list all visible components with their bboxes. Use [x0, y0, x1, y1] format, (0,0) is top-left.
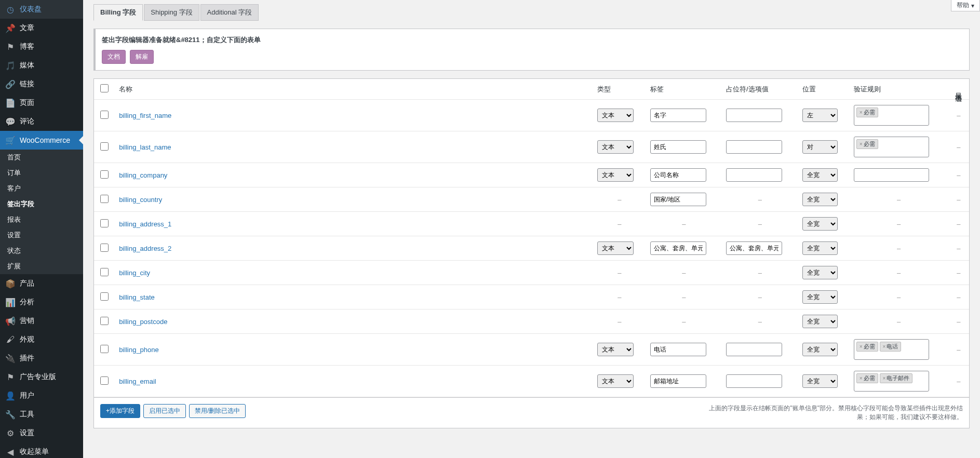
- row-checkbox[interactable]: [100, 142, 109, 151]
- position-select[interactable]: 全宽: [802, 217, 838, 231]
- validation-tagbox[interactable]: ×必需×电子邮件: [854, 371, 929, 392]
- sidebar-item-页面[interactable]: 📄页面: [0, 93, 83, 112]
- sidebar-item-媒体[interactable]: 🎵媒体: [0, 56, 83, 75]
- row-checkbox[interactable]: [100, 244, 109, 252]
- sidebar-item-外观[interactable]: 🖌外观: [0, 330, 83, 349]
- type-select[interactable]: 文本: [597, 343, 634, 356]
- validation-tag[interactable]: ×电子邮件: [880, 373, 913, 383]
- field-name[interactable]: billing_country: [119, 196, 162, 204]
- tab-Shipping 字段[interactable]: Shipping 字段: [144, 4, 199, 21]
- type-select[interactable]: 文本: [597, 374, 634, 388]
- sidebar-item-工具[interactable]: 🔧工具: [0, 405, 83, 424]
- label-input[interactable]: [650, 241, 706, 255]
- row-checkbox[interactable]: [100, 195, 109, 203]
- row-checkbox[interactable]: [100, 292, 109, 301]
- disable-button[interactable]: 禁用/删除已选中: [189, 404, 246, 418]
- sidebar-item-用户[interactable]: 👤用户: [0, 386, 83, 405]
- validation-tagbox[interactable]: [854, 168, 929, 182]
- type-select[interactable]: 文本: [597, 140, 634, 154]
- sidebar-item-营销[interactable]: 📢营销: [0, 312, 83, 330]
- dismiss-button[interactable]: 解雇: [130, 50, 154, 64]
- docs-button[interactable]: 文档: [102, 50, 126, 64]
- sidebar-item-收起菜单[interactable]: ◀收起菜单: [0, 442, 83, 458]
- row-checkbox[interactable]: [100, 268, 109, 276]
- placeholder-input[interactable]: [726, 140, 782, 154]
- submenu-item-设置[interactable]: 设置: [0, 227, 83, 243]
- sidebar-item-广告专业版[interactable]: ⚑广告专业版: [0, 368, 83, 386]
- label-input[interactable]: [650, 374, 706, 388]
- row-checkbox[interactable]: [100, 317, 109, 325]
- submenu-item-客户[interactable]: 客户: [0, 181, 83, 196]
- sidebar-item-WooCommerce[interactable]: 🛒WooCommerce: [0, 131, 83, 150]
- sidebar-item-产品[interactable]: 📦产品: [0, 274, 83, 293]
- tag-remove-icon[interactable]: ×: [860, 141, 863, 147]
- field-name[interactable]: billing_postcode: [119, 318, 167, 326]
- position-select[interactable]: 全宽: [802, 315, 838, 328]
- validation-tagbox[interactable]: ×必需: [854, 137, 929, 157]
- placeholder-input[interactable]: [726, 241, 782, 255]
- position-select[interactable]: 左: [802, 109, 838, 122]
- position-select[interactable]: 对: [802, 140, 838, 154]
- field-name[interactable]: billing_address_2: [119, 245, 171, 252]
- position-select[interactable]: 全宽: [802, 374, 838, 388]
- sidebar-item-评论[interactable]: 💬评论: [0, 112, 83, 131]
- sidebar-item-插件[interactable]: 🔌插件: [0, 349, 83, 368]
- label-input[interactable]: [650, 109, 706, 122]
- enable-button[interactable]: 启用已选中: [143, 404, 186, 418]
- validation-tag[interactable]: ×电话: [880, 342, 902, 352]
- label-input[interactable]: [650, 343, 706, 356]
- submenu-item-订单[interactable]: 订单: [0, 165, 83, 181]
- tag-remove-icon[interactable]: ×: [860, 344, 863, 349]
- label-input[interactable]: [650, 140, 706, 154]
- sidebar-item-链接[interactable]: 🔗链接: [0, 75, 83, 93]
- field-name[interactable]: billing_state: [119, 293, 155, 301]
- type-select[interactable]: 文本: [597, 241, 634, 255]
- sidebar-item-博客[interactable]: ⚑博客: [0, 37, 83, 56]
- field-name[interactable]: billing_email: [119, 378, 156, 385]
- submenu-item-扩展[interactable]: 扩展: [0, 259, 83, 274]
- position-select[interactable]: 全宽: [802, 241, 838, 255]
- tag-remove-icon[interactable]: ×: [860, 110, 863, 115]
- field-name[interactable]: billing_last_name: [119, 143, 171, 151]
- sidebar-item-分析[interactable]: 📊分析: [0, 293, 83, 312]
- field-name[interactable]: billing_address_1: [119, 220, 171, 228]
- select-all-checkbox[interactable]: [100, 84, 109, 92]
- position-select[interactable]: 全宽: [802, 266, 838, 279]
- tag-remove-icon[interactable]: ×: [860, 375, 863, 381]
- field-name[interactable]: billing_city: [119, 269, 150, 277]
- submenu-item-签出字段[interactable]: 签出字段: [0, 196, 83, 212]
- add-field-button[interactable]: +添加字段: [100, 404, 140, 418]
- help-tab[interactable]: 帮助 ▾: [951, 0, 980, 11]
- validation-tagbox[interactable]: ×必需: [854, 105, 929, 126]
- type-select[interactable]: 文本: [597, 168, 634, 182]
- tab-Billing 字段[interactable]: Billing 字段: [93, 4, 143, 21]
- row-checkbox[interactable]: [100, 219, 109, 227]
- validation-tag[interactable]: ×必需: [856, 107, 878, 117]
- label-input[interactable]: [650, 193, 706, 206]
- placeholder-input[interactable]: [726, 109, 782, 122]
- validation-tagbox[interactable]: ×必需×电话: [854, 339, 929, 360]
- submenu-item-状态[interactable]: 状态: [0, 243, 83, 259]
- placeholder-input[interactable]: [726, 343, 782, 356]
- position-select[interactable]: 全宽: [802, 343, 838, 356]
- position-select[interactable]: 全宽: [802, 290, 838, 304]
- row-checkbox[interactable]: [100, 111, 109, 119]
- sidebar-item-仪表盘[interactable]: ◷仪表盘: [0, 0, 83, 19]
- label-input[interactable]: [650, 168, 706, 182]
- tag-remove-icon[interactable]: ×: [883, 375, 886, 381]
- position-select[interactable]: 全宽: [802, 193, 838, 206]
- tab-Additional 字段[interactable]: Additional 字段: [200, 4, 259, 21]
- sidebar-item-设置[interactable]: ⚙设置: [0, 424, 83, 442]
- position-select[interactable]: 全宽: [802, 168, 838, 182]
- submenu-item-报表[interactable]: 报表: [0, 212, 83, 227]
- row-checkbox[interactable]: [100, 170, 109, 179]
- validation-tag[interactable]: ×必需: [856, 373, 878, 383]
- field-name[interactable]: billing_first_name: [119, 112, 171, 119]
- placeholder-input[interactable]: [726, 374, 782, 388]
- validation-tag[interactable]: ×必需: [856, 342, 878, 352]
- field-name[interactable]: billing_company: [119, 171, 167, 179]
- field-name[interactable]: billing_phone: [119, 346, 159, 354]
- placeholder-input[interactable]: [726, 168, 782, 182]
- tag-remove-icon[interactable]: ×: [883, 344, 886, 349]
- sidebar-item-文章[interactable]: 📌文章: [0, 19, 83, 37]
